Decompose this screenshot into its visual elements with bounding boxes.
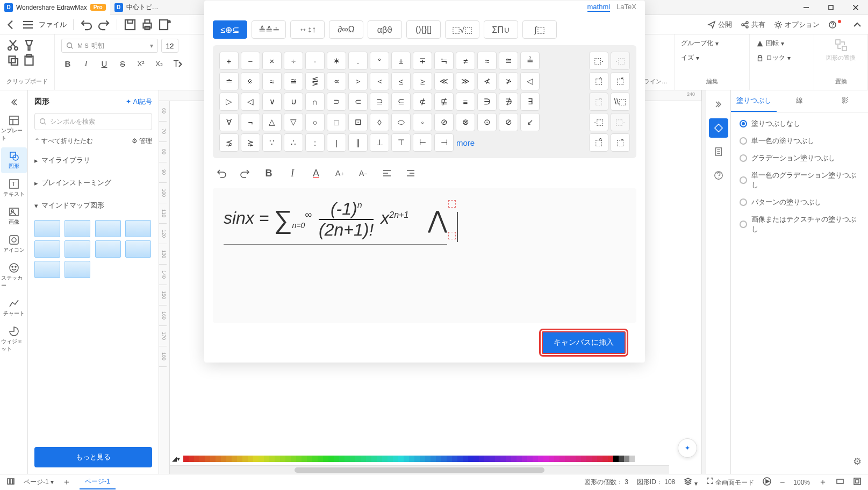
replace-shape-label[interactable]: 図形の置換 <box>826 54 856 62</box>
category-button[interactable]: ΣΠ∪ <box>484 20 518 39</box>
shape-thumbnail[interactable] <box>95 220 121 237</box>
color-swatch[interactable] <box>259 456 264 462</box>
more-button[interactable]: もっと見る <box>34 447 152 467</box>
color-swatch[interactable] <box>199 456 205 462</box>
help-tab-button[interactable] <box>709 166 728 185</box>
tab-fill[interactable]: 塗りつぶし <box>731 90 777 112</box>
fill-pattern-radio[interactable]: パターンの塗りつぶし <box>740 197 859 207</box>
color-swatch[interactable] <box>205 456 210 462</box>
app-tab[interactable]: D Wondershare EdrawMax Pro <box>0 0 110 15</box>
symbol-button[interactable]: ＜ <box>370 72 389 90</box>
category-button[interactable]: ∂∞Ω <box>329 20 363 39</box>
color-swatch[interactable] <box>581 456 586 462</box>
color-swatch[interactable] <box>511 456 517 462</box>
symbol-button[interactable]: ⩯ <box>241 72 260 90</box>
color-swatch[interactable] <box>339 456 345 462</box>
pages-icon[interactable] <box>6 477 15 487</box>
options-button[interactable]: オプション <box>774 20 820 30</box>
shape-thumbnail[interactable] <box>64 261 90 278</box>
color-swatch[interactable] <box>463 456 468 462</box>
symbol-button[interactable]: + <box>219 52 239 70</box>
color-swatch[interactable] <box>210 456 216 462</box>
symbol-button[interactable]: ⋚ <box>305 72 325 90</box>
formula-italic-button[interactable]: I <box>286 167 299 180</box>
symbol-button[interactable]: ⊤ <box>391 133 411 152</box>
minimize-button[interactable] <box>794 0 819 15</box>
superscript-button[interactable]: X² <box>134 57 147 70</box>
symbol-button[interactable]: × <box>262 52 282 70</box>
category-button[interactable]: ∫⬚ <box>522 20 557 39</box>
color-swatch[interactable] <box>484 456 490 462</box>
color-swatch[interactable] <box>527 456 533 462</box>
symbol-button[interactable]: ≪ <box>434 72 454 90</box>
symbol-button[interactable]: ≟ <box>520 52 540 70</box>
fill-picker-icon[interactable]: ◢▾ <box>172 455 180 463</box>
color-swatch[interactable] <box>506 456 511 462</box>
symbol-button[interactable]: : <box>305 133 325 152</box>
page-tab[interactable]: ページ-1 <box>80 475 116 489</box>
doc-tab[interactable]: D 中心トピ… <box>110 0 163 15</box>
symbol-button[interactable]: ◊ <box>370 113 389 131</box>
category-button[interactable]: αβϑ <box>368 20 402 39</box>
color-swatch[interactable] <box>404 456 409 462</box>
symbol-button[interactable]: ‖ <box>348 133 368 152</box>
symbol-button[interactable]: ⊢ <box>413 133 432 152</box>
export-button[interactable] <box>158 18 171 31</box>
group-dropdown[interactable]: グループ化 ▾ <box>681 39 719 48</box>
underline-button[interactable]: U <box>98 57 111 70</box>
symbol-button[interactable]: ≫ <box>456 72 475 90</box>
tab-shadow[interactable]: 影 <box>822 90 868 112</box>
rotate-dropdown[interactable]: 回転 ▾ <box>756 39 784 48</box>
symbol-button[interactable]: ≤ <box>391 72 411 90</box>
rail-image[interactable]: 画像 <box>1 203 27 229</box>
color-swatch[interactable] <box>554 456 559 462</box>
color-swatch[interactable] <box>371 456 377 462</box>
color-swatch[interactable] <box>447 456 452 462</box>
more-symbols-button[interactable]: more <box>456 133 475 152</box>
color-swatch[interactable] <box>312 456 318 462</box>
symbol-button[interactable]: ∋ <box>477 93 497 111</box>
template-symbol-button[interactable]: ⬚̊ <box>589 133 608 152</box>
rail-chart[interactable]: チャート <box>1 295 27 321</box>
rail-widget[interactable]: ウィジェット <box>1 323 27 356</box>
color-swatch[interactable] <box>592 456 597 462</box>
symbol-button[interactable]: ⋨ <box>219 133 239 152</box>
color-swatch[interactable] <box>613 456 619 462</box>
fill-solid-gradient-radio[interactable]: 単一色のグラデーション塗りつぶし <box>740 171 859 190</box>
latex-tab[interactable]: LaTeX <box>616 3 636 12</box>
symbol-button[interactable]: ≈ <box>262 72 282 90</box>
color-swatch[interactable] <box>355 456 361 462</box>
color-swatch[interactable] <box>280 456 285 462</box>
color-swatch[interactable] <box>500 456 506 462</box>
color-swatch[interactable] <box>624 456 629 462</box>
color-swatch[interactable] <box>328 456 334 462</box>
zoom-out-button[interactable]: − <box>780 478 785 487</box>
fill-none-radio[interactable]: 塗りつぶしなし <box>740 119 859 129</box>
manage-button[interactable]: ⚙ 管理 <box>132 137 152 146</box>
symbol-button[interactable]: ⋢ <box>434 93 454 111</box>
symbol-button[interactable]: − <box>241 52 260 70</box>
template-symbol-button[interactable]: ·⬚ <box>611 52 630 70</box>
zoom-level[interactable]: 100% <box>793 479 810 486</box>
symbol-button[interactable]: ∗ <box>327 52 346 70</box>
color-swatch[interactable] <box>194 456 199 462</box>
color-swatch[interactable] <box>543 456 549 462</box>
add-page-button[interactable]: ＋ <box>62 477 71 488</box>
fit-width-button[interactable] <box>836 477 844 487</box>
color-swatch[interactable] <box>302 456 307 462</box>
formula-undo-button[interactable] <box>215 167 228 180</box>
symbol-button[interactable]: ∌ <box>499 93 518 111</box>
symbol-button[interactable]: ∀ <box>219 113 239 131</box>
symbol-button[interactable]: . <box>348 52 368 70</box>
symbol-button[interactable]: ○ <box>305 113 325 131</box>
symbol-button[interactable]: △ <box>262 113 282 131</box>
symbol-button[interactable]: ⊃ <box>327 93 346 111</box>
template-symbol-button[interactable]: ⬚̈ <box>611 133 630 152</box>
color-swatch[interactable] <box>425 456 431 462</box>
cut-button[interactable] <box>6 39 19 52</box>
color-swatch[interactable] <box>226 456 232 462</box>
symbol-button[interactable]: ∴ <box>284 133 303 152</box>
font-size-input[interactable] <box>161 39 178 53</box>
symbol-button[interactable]: ∓ <box>413 52 432 70</box>
category-button[interactable]: ↔↕↑ <box>290 20 325 39</box>
